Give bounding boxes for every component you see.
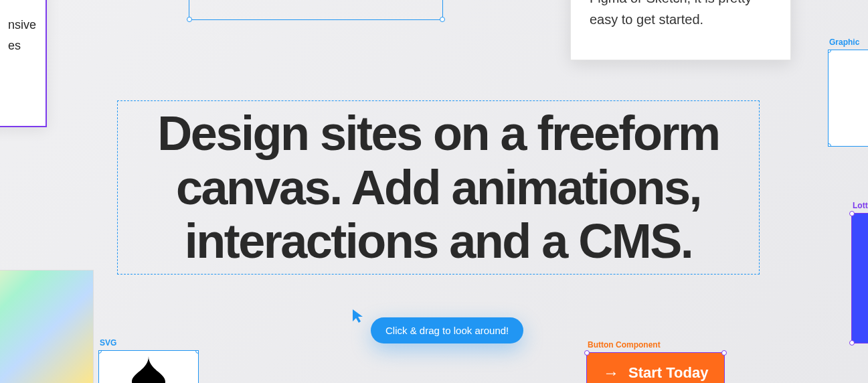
button-label: Start Today <box>628 364 708 382</box>
element-label: Lottie <box>851 201 868 210</box>
svg-frame[interactable] <box>98 350 199 383</box>
resize-handle-icon[interactable] <box>98 350 102 354</box>
spade-icon <box>128 356 169 383</box>
feature-card-text: nsivees <box>8 15 32 56</box>
resize-handle-icon[interactable] <box>828 50 831 53</box>
feature-card-partial[interactable]: nsivees <box>0 0 47 127</box>
graphic-element[interactable]: Graphic <box>828 37 868 147</box>
testimonial-card[interactable]: Figma or Sketch, it is pretty easy to ge… <box>570 0 791 60</box>
resize-handle-icon[interactable] <box>721 350 727 356</box>
start-today-button[interactable]: → Start Today <box>586 352 725 383</box>
hero-text-frame[interactable]: Design sites on a freeform canvas. Add a… <box>117 100 760 275</box>
resize-handle-icon[interactable] <box>849 340 855 346</box>
graphic-frame[interactable] <box>828 50 868 147</box>
resize-handle-icon[interactable] <box>440 17 445 22</box>
selected-frame-empty[interactable] <box>189 0 443 20</box>
cursor-pointer-icon <box>351 308 367 324</box>
hint-tooltip: Click & drag to look around! <box>371 317 523 343</box>
testimonial-text: Figma or Sketch, it is pretty easy to ge… <box>590 0 772 30</box>
arrow-right-icon: → <box>603 364 619 382</box>
lottie-element[interactable]: Lottie <box>851 201 868 343</box>
lottie-frame[interactable] <box>851 213 868 343</box>
resize-handle-icon[interactable] <box>849 211 855 216</box>
button-component-element[interactable]: Button Component → Start Today <box>586 340 725 383</box>
hero-heading: Design sites on a freeform canvas. Add a… <box>118 106 759 269</box>
element-label: SVG <box>98 338 199 348</box>
resize-handle-icon[interactable] <box>828 143 831 147</box>
svg-element[interactable]: SVG <box>98 338 199 383</box>
element-label: Graphic <box>828 37 868 47</box>
image-gradient[interactable] <box>0 270 94 383</box>
resize-handle-icon[interactable] <box>195 350 199 354</box>
resize-handle-icon[interactable] <box>584 350 590 356</box>
element-label: Button Component <box>586 340 725 350</box>
resize-handle-icon[interactable] <box>187 17 192 22</box>
